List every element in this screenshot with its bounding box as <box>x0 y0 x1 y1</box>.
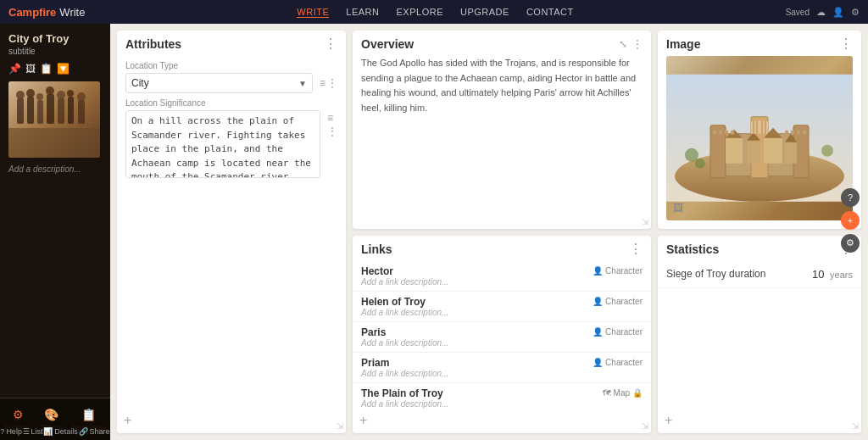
share-icon: 🔗 <box>79 427 88 436</box>
user-avatar[interactable]: 👤 <box>832 7 844 18</box>
stat-unit-siege: years <box>830 270 853 280</box>
stat-label-siege: Siege of Troy duration <box>666 268 765 280</box>
links-add-button[interactable]: + <box>359 413 367 428</box>
links-resize-handle[interactable]: ⇲ <box>642 421 648 431</box>
significance-edit-icon[interactable]: ≡ <box>327 112 337 124</box>
svg-point-12 <box>57 91 65 99</box>
nav-upgrade[interactable]: UPGRADE <box>460 7 509 18</box>
toolbar-help[interactable]: ? Help <box>0 427 22 436</box>
details-label: Details <box>54 427 78 436</box>
links-menu-icon[interactable]: ⋮ <box>629 242 643 256</box>
saved-indicator: Saved <box>786 8 810 17</box>
svg-point-11 <box>46 86 54 95</box>
overview-expand-icon[interactable]: ⤡ <box>619 38 627 50</box>
map-icon-plain: 🗺 <box>603 388 611 398</box>
overview-menu-icon[interactable]: ⋮ <box>632 38 643 50</box>
character-icon-priam: 👤 <box>593 358 603 367</box>
cloud-icon: ☁ <box>816 7 826 18</box>
link-item-hector: Hector 👤 Character Add a link descriptio… <box>353 261 651 292</box>
svg-rect-2 <box>27 97 34 124</box>
svg-rect-42 <box>803 131 806 135</box>
svg-point-9 <box>26 89 35 97</box>
overview-header-icons: ⤡ ⋮ <box>619 38 643 50</box>
floating-settings-button[interactable]: ⚙ <box>841 234 860 253</box>
svg-rect-6 <box>68 97 74 124</box>
links-content: Hector 👤 Character Add a link descriptio… <box>353 261 651 434</box>
svg-point-14 <box>77 92 86 101</box>
link-row-priam: Priam 👤 Character <box>361 357 643 369</box>
logo-campfire: Campfire <box>8 6 56 19</box>
toolbar-share[interactable]: 🔗 Share <box>79 427 110 436</box>
svg-rect-39 <box>785 131 788 135</box>
top-nav: Campfire Write WRITE LEARN EXPLORE UPGRA… <box>0 0 868 24</box>
second-toolbar: ? Help ☰ List 📊 Details 🔗 Share <box>0 423 110 440</box>
attributes-menu-icon[interactable]: ⋮ <box>324 37 337 51</box>
settings-nav-icon[interactable]: ⚙ <box>851 7 860 18</box>
app-logo: Campfire Write <box>8 6 85 19</box>
link-type-priam: 👤 Character <box>593 358 643 367</box>
character-icon-helen: 👤 <box>593 297 603 306</box>
attributes-title: Attributes <box>125 37 181 51</box>
pin-icon[interactable]: 📌 <box>8 63 21 75</box>
statistics-panel: Statistics ⋮ Siege of Troy duration 10 y… <box>658 236 861 434</box>
toolbar-list[interactable]: ☰ List <box>23 427 43 436</box>
nav-learn[interactable]: LEARN <box>346 7 379 18</box>
toolbar-details[interactable]: 📊 Details <box>43 427 78 436</box>
location-type-input[interactable]: City ▼ <box>125 73 313 93</box>
svg-rect-25 <box>785 142 797 164</box>
details-icon: 📊 <box>43 427 53 436</box>
floating-add-button[interactable]: + <box>841 211 860 230</box>
image-sidebar-icon[interactable]: 🖼 <box>25 63 36 75</box>
dropdown-arrow-icon: ▼ <box>298 79 307 88</box>
link-item-paris: Paris 👤 Character Add a link description… <box>353 322 651 353</box>
links-title: Links <box>361 242 392 256</box>
stat-value-siege: 10 <box>812 268 824 281</box>
location-type-edit-icon[interactable]: ≡ <box>320 73 326 93</box>
svg-point-44 <box>821 145 833 157</box>
statistics-header: Statistics ⋮ <box>658 236 861 261</box>
sidebar-toolbar-icons: 📌 🖼 📋 🔽 <box>8 63 102 75</box>
svg-rect-35 <box>713 131 716 135</box>
overview-header: Overview ⤡ ⋮ <box>353 31 651 56</box>
list-label: List <box>31 427 43 436</box>
statistics-resize-handle[interactable]: ⇲ <box>852 421 859 431</box>
attributes-resize-handle[interactable]: ⇲ <box>337 421 343 431</box>
location-type-value: City <box>131 77 149 89</box>
main-container: City of Troy subtitle 📌 🖼 📋 🔽 <box>0 24 868 440</box>
sidebar-description[interactable]: Add a description... <box>8 164 102 174</box>
link-name-paris[interactable]: Paris <box>361 326 386 338</box>
link-name-hector[interactable]: Hector <box>361 265 393 277</box>
significance-more-icon[interactable]: ⋮ <box>327 125 337 137</box>
floating-help-button[interactable]: ? <box>841 188 860 207</box>
svg-rect-38 <box>731 131 734 135</box>
nav-contact[interactable]: CONTACT <box>526 7 574 18</box>
link-desc-plain: Add a link description... <box>361 399 643 409</box>
location-type-more-icon[interactable]: ⋮ <box>327 73 337 93</box>
overview-resize-handle[interactable]: ⇲ <box>642 217 648 226</box>
doc-icon[interactable]: 📋 <box>40 63 53 75</box>
image-title: Image <box>666 37 700 51</box>
lock-icon-plain: 🔒 <box>632 388 643 398</box>
nav-write[interactable]: WRITE <box>297 7 329 18</box>
nav-explore[interactable]: EXPLORE <box>397 7 443 18</box>
character-icon-hector: 👤 <box>593 266 603 276</box>
filter-icon[interactable]: 🔽 <box>57 63 70 75</box>
svg-rect-40 <box>791 131 794 135</box>
sidebar-image-svg <box>8 81 100 158</box>
link-name-plain[interactable]: The Plain of Troy <box>361 387 443 399</box>
image-edit-icon[interactable]: 🖼 <box>673 202 683 214</box>
attributes-add-button[interactable]: + <box>124 413 131 428</box>
statistics-add-button[interactable]: + <box>665 413 672 428</box>
link-name-helen[interactable]: Helen of Troy <box>361 296 426 308</box>
location-type-label: Location Type <box>125 61 337 70</box>
svg-rect-22 <box>726 138 743 164</box>
theme-icon: 🎨 <box>44 408 58 421</box>
svg-rect-37 <box>725 131 728 135</box>
image-menu-icon[interactable]: ⋮ <box>839 37 853 51</box>
troy-illustration <box>666 56 853 220</box>
left-sidebar: City of Troy subtitle 📌 🖼 📋 🔽 <box>0 24 110 440</box>
share-label: Share <box>90 427 110 436</box>
link-name-priam[interactable]: Priam <box>361 357 389 369</box>
svg-rect-15 <box>8 128 100 158</box>
location-significance-textarea[interactable]: On a hill across the plain of Scamander … <box>125 110 320 178</box>
